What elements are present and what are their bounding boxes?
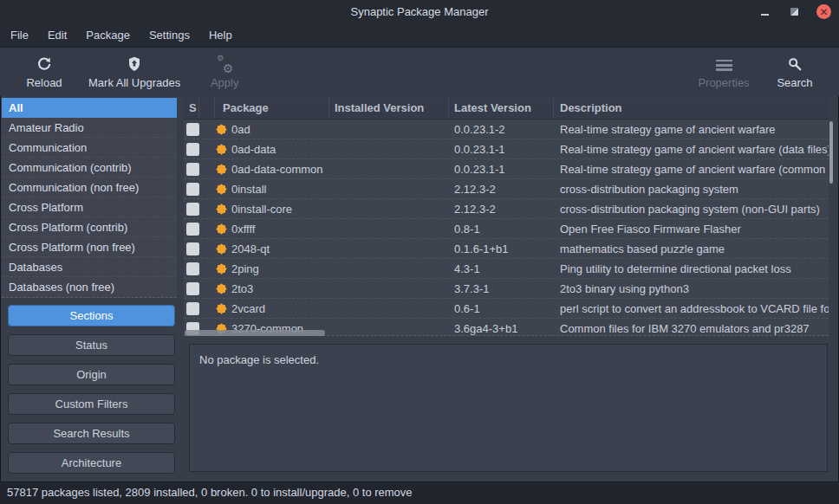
package-checkbox[interactable] xyxy=(186,282,199,295)
sidebar-section-amateur-radio[interactable]: Amateur Radio xyxy=(2,118,177,138)
latest-version: 2.12.3-2 xyxy=(449,203,554,216)
close-button[interactable]: ✕ xyxy=(816,4,831,19)
sidebar-section-cross-platform-contrib[interactable]: Cross Platform (contrib) xyxy=(2,217,177,237)
sidebar-section-all[interactable]: All xyxy=(2,98,177,118)
package-checkbox[interactable] xyxy=(186,302,199,315)
package-name: 2vcard xyxy=(231,302,265,315)
package-description: Open Free Fiasco Firmware Flasher xyxy=(554,223,829,236)
properties-button[interactable]: Properties xyxy=(688,48,759,96)
minimize-button[interactable] xyxy=(758,4,772,19)
package-row-2vcard[interactable]: 2vcard0.6-1perl script to convert an add… xyxy=(184,299,829,319)
reload-button[interactable]: Reload xyxy=(9,48,80,96)
menubar: File Edit Package Settings Help xyxy=(0,23,839,47)
package-row-2ping[interactable]: 2ping4.3-1Ping utility to determine dire… xyxy=(184,259,829,279)
package-cell: 0ad xyxy=(215,123,329,136)
minimize-icon xyxy=(761,14,769,16)
package-checkbox[interactable] xyxy=(186,163,199,176)
package-description: Real-time strategy game of ancient warfa… xyxy=(554,163,829,176)
filter-button-search-results[interactable]: Search Results xyxy=(8,423,175,444)
vertical-scrollbar[interactable] xyxy=(829,121,833,184)
package-table-header: S Package Installed Version Latest Versi… xyxy=(184,98,829,120)
package-row-2048-qt[interactable]: 2048-qt0.1.6-1+b1mathematics based puzzl… xyxy=(184,239,829,259)
restore-icon xyxy=(790,8,798,16)
latest-version: 0.0.23.1-1 xyxy=(449,143,554,156)
package-row-0install[interactable]: 0install2.12.3-2cross-distribution packa… xyxy=(184,179,829,199)
sidebar-section-communication-non-free[interactable]: Communication (non free) xyxy=(2,178,177,197)
search-icon xyxy=(787,55,803,73)
filter-button-architecture[interactable]: Architecture xyxy=(8,452,175,474)
status-cell xyxy=(184,160,215,178)
package-cell: 0install-core xyxy=(215,203,329,216)
package-row-0xffff[interactable]: 0xffff0.8-1Open Free Fiasco Firmware Fla… xyxy=(184,219,829,239)
column-header-icon[interactable] xyxy=(199,98,215,119)
package-checkbox[interactable] xyxy=(186,183,199,196)
titlebar: Synaptic Package Manager ✕ xyxy=(0,0,839,23)
column-header-installed-version[interactable]: Installed Version xyxy=(329,98,449,119)
menu-file[interactable]: File xyxy=(1,23,38,47)
package-checkbox[interactable] xyxy=(186,262,199,275)
column-header-latest-version[interactable]: Latest Version xyxy=(449,98,554,119)
shield-upgrade-icon xyxy=(127,55,141,73)
status-cell xyxy=(184,180,215,198)
column-header-package[interactable]: Package xyxy=(215,98,329,119)
sidebar-section-databases[interactable]: Databases xyxy=(2,257,177,277)
menu-settings[interactable]: Settings xyxy=(140,23,199,47)
mark-all-upgrades-button[interactable]: Mark All Upgrades xyxy=(80,48,189,96)
status-cell xyxy=(184,140,215,158)
latest-version: 0.0.23.1-2 xyxy=(449,123,554,136)
menu-help[interactable]: Help xyxy=(199,23,242,47)
package-name: 0ad xyxy=(231,123,250,136)
sidebar-section-cross-platform[interactable]: Cross Platform xyxy=(2,197,177,217)
menu-edit[interactable]: Edit xyxy=(38,23,76,47)
filter-button-status[interactable]: Status xyxy=(8,334,175,356)
filter-button-origin[interactable]: Origin xyxy=(8,364,175,385)
package-name: 0ad-data xyxy=(231,143,276,156)
package-checkbox[interactable] xyxy=(186,223,199,236)
horizontal-scrollbar[interactable] xyxy=(185,330,325,336)
column-header-status[interactable]: S xyxy=(184,98,199,119)
window-controls: ✕ xyxy=(758,0,831,23)
package-name: 0install xyxy=(231,183,266,196)
menu-package[interactable]: Package xyxy=(76,23,140,47)
package-description: 2to3 binary using python3 xyxy=(554,282,829,295)
latest-version: 3.7.3-1 xyxy=(449,282,554,295)
apply-button[interactable]: ⚙⚙ Apply xyxy=(189,48,260,96)
supported-package-icon xyxy=(218,265,225,273)
package-row-0ad-data[interactable]: 0ad-data0.0.23.1-1Real-time strategy gam… xyxy=(184,139,829,159)
package-row-0ad[interactable]: 0ad0.0.23.1-2Real-time strategy game of … xyxy=(184,120,829,139)
supported-package-icon xyxy=(218,285,225,293)
package-checkbox[interactable] xyxy=(186,123,199,136)
package-table: S Package Installed Version Latest Versi… xyxy=(184,98,829,336)
package-name: 2048-qt xyxy=(231,242,270,255)
filter-button-custom-filters[interactable]: Custom Filters xyxy=(8,393,175,415)
package-row-2to3[interactable]: 2to33.7.3-12to3 binary using python3 xyxy=(184,279,829,299)
sidebar-section-cross-platform-non-free[interactable]: Cross Platform (non free) xyxy=(2,237,177,257)
sidebar-section-databases-non-free[interactable]: Databases (non free) xyxy=(2,277,177,297)
statusbar-text: 57817 packages listed, 2809 installed, 0… xyxy=(7,486,413,499)
search-button[interactable]: Search xyxy=(759,48,830,96)
status-cell xyxy=(184,280,215,298)
package-checkbox[interactable] xyxy=(186,143,199,156)
supported-package-icon xyxy=(218,305,225,313)
package-row-0ad-data-common[interactable]: 0ad-data-common0.0.23.1-1Real-time strat… xyxy=(184,159,829,179)
properties-icon xyxy=(716,55,732,73)
package-cell: 2048-qt xyxy=(215,242,329,255)
package-description: mathematics based puzzle game xyxy=(554,242,829,255)
package-name: 2ping xyxy=(231,262,259,275)
package-description: cross-distribution packaging system (non… xyxy=(554,203,829,216)
supported-package-icon xyxy=(218,165,225,173)
toolbar-left-group: Reload Mark All Upgrades ⚙⚙ Apply xyxy=(9,48,260,96)
supported-package-icon xyxy=(218,185,225,193)
filter-button-sections[interactable]: Sections xyxy=(8,305,175,326)
supported-package-icon xyxy=(218,145,225,153)
package-row-0install-core[interactable]: 0install-core2.12.3-2cross-distribution … xyxy=(184,199,829,219)
package-checkbox[interactable] xyxy=(186,242,199,255)
restore-button[interactable] xyxy=(787,4,802,19)
package-cell: 0install xyxy=(215,183,329,196)
sidebar-section-communication-contrib[interactable]: Communication (contrib) xyxy=(2,158,177,178)
column-header-description[interactable]: Description xyxy=(554,98,829,119)
status-cell xyxy=(184,300,215,318)
package-checkbox[interactable] xyxy=(186,203,199,216)
synaptic-window: Synaptic Package Manager ✕ File Edit Pac… xyxy=(0,0,839,504)
sidebar-section-communication[interactable]: Communication xyxy=(2,138,177,158)
